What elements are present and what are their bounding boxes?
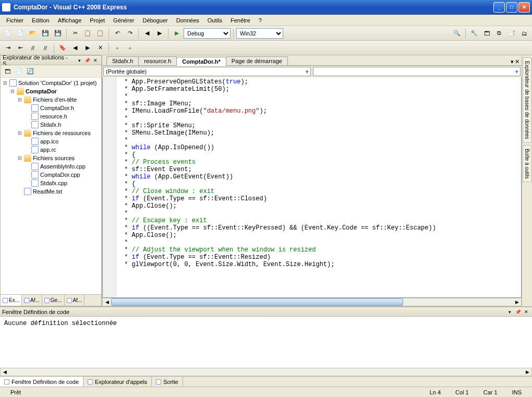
find-button[interactable]: 🔍 bbox=[451, 28, 463, 39]
bookmark-clear-button[interactable]: ✕ bbox=[94, 42, 106, 54]
copy-button[interactable]: 📋 bbox=[82, 28, 93, 39]
platform-combo[interactable]: Win32 bbox=[236, 28, 283, 39]
misc-button[interactable]: ▫ bbox=[112, 42, 123, 54]
tree-item[interactable]: ComptaDor.h bbox=[3, 104, 99, 112]
undo-button[interactable]: ↶ bbox=[112, 28, 123, 39]
add-item-button[interactable]: 📄 bbox=[15, 28, 26, 39]
scroll-left-icon[interactable]: ◀ bbox=[1, 368, 9, 376]
pin-icon[interactable]: 📌 bbox=[84, 57, 91, 64]
doc-tab[interactable]: ComptaDor.h* bbox=[176, 57, 226, 66]
misc2-button[interactable]: ▫ bbox=[124, 42, 136, 54]
nav-fwd-button[interactable]: ▶ bbox=[154, 28, 165, 39]
scroll-right-icon[interactable]: ▶ bbox=[523, 368, 531, 376]
scroll-left-icon[interactable]: ◀ bbox=[103, 298, 111, 306]
tree-item[interactable]: ⊟Fichiers de ressources bbox=[3, 129, 99, 137]
tree-item[interactable]: Stdafx.h bbox=[3, 121, 99, 129]
toolbox-tab[interactable]: Boîte à outils bbox=[523, 145, 531, 183]
minimize-button[interactable]: _ bbox=[493, 2, 505, 13]
solution-button[interactable]: 🗂 bbox=[518, 28, 530, 39]
refresh-button[interactable]: 🔄 bbox=[26, 67, 35, 76]
bookmark-next-button[interactable]: ▶ bbox=[82, 42, 93, 54]
close-icon[interactable]: ✕ bbox=[523, 308, 530, 316]
bottom-tab[interactable]: Sortie bbox=[152, 377, 183, 387]
app-icon bbox=[2, 3, 10, 11]
tree-item[interactable]: ⊟Fichiers d'en-tête bbox=[3, 95, 99, 104]
side-tab[interactable]: Af... bbox=[65, 295, 85, 306]
maximize-button[interactable]: □ bbox=[506, 2, 517, 13]
side-tab[interactable]: Af... bbox=[22, 295, 42, 306]
comment-button[interactable]: // bbox=[27, 42, 39, 54]
dropdown-icon[interactable]: ▾ bbox=[76, 57, 83, 64]
properties-button[interactable]: 🗔 bbox=[3, 67, 12, 76]
scope-left-value: (Portée globale) bbox=[106, 68, 147, 75]
document-tabs: Stdafx.hresource.hComptaDor.h*Page de dé… bbox=[102, 55, 522, 66]
pin-icon[interactable]: 📌 bbox=[514, 308, 522, 316]
scope-combo-right[interactable] bbox=[313, 67, 521, 76]
tree-item[interactable]: app.ico bbox=[3, 137, 99, 146]
menu-données[interactable]: Données bbox=[172, 16, 203, 25]
doc-tab[interactable]: Page de démarrage bbox=[226, 56, 288, 65]
scroll-right-icon[interactable]: ▶ bbox=[513, 298, 521, 306]
tab-close-icon[interactable]: ✕ bbox=[515, 58, 519, 65]
horizontal-scrollbar[interactable]: ◀ ▶ bbox=[102, 298, 522, 306]
db-explorer-tab[interactable]: Explorateur de bases de données bbox=[523, 57, 531, 143]
side-tab[interactable]: Ge... bbox=[42, 295, 65, 306]
bottom-tab[interactable]: Fenêtre Définition de code bbox=[0, 377, 83, 387]
menu-?[interactable]: ? bbox=[255, 16, 266, 25]
close-icon[interactable]: ✕ bbox=[92, 57, 99, 64]
start-debug-button[interactable]: ▶ bbox=[171, 28, 183, 39]
class-view-button[interactable]: 📑 bbox=[506, 28, 517, 39]
scope-combo-left[interactable]: (Portée globale) bbox=[103, 67, 311, 76]
solution-tree[interactable]: ⊟Solution 'ComptaDor' (1 projet)⊟ComptaD… bbox=[1, 78, 101, 294]
menu-générer[interactable]: Générer bbox=[109, 16, 138, 25]
toolbox-button[interactable]: 🔧 bbox=[468, 28, 480, 39]
tree-item[interactable]: app.rc bbox=[3, 146, 99, 154]
menu-affichage[interactable]: Affichage bbox=[54, 16, 86, 25]
properties-button[interactable]: 🗔 bbox=[481, 28, 492, 39]
tree-item[interactable]: Stdafx.cpp bbox=[3, 179, 99, 187]
definition-content: Aucune définition sélectionnée bbox=[0, 317, 532, 368]
bookmark-button[interactable]: 🔖 bbox=[57, 42, 68, 54]
menu-edition[interactable]: Edition bbox=[28, 16, 54, 25]
tree-item[interactable]: AssemblyInfo.cpp bbox=[3, 162, 99, 171]
save-all-button[interactable]: 💾 bbox=[52, 28, 64, 39]
dropdown-icon[interactable]: ▾ bbox=[506, 308, 513, 316]
menu-fichier[interactable]: Fichier bbox=[2, 16, 28, 25]
tree-item[interactable]: ReadMe.txt bbox=[3, 187, 99, 196]
horizontal-scrollbar[interactable]: ◀ ▶ bbox=[0, 368, 532, 376]
scroll-thumb[interactable] bbox=[111, 298, 403, 306]
tree-item[interactable]: ⊟Fichiers sources bbox=[3, 154, 99, 162]
uncomment-button[interactable]: // bbox=[40, 42, 51, 54]
doc-tab[interactable]: resource.h bbox=[138, 56, 177, 65]
menu-outils[interactable]: Outils bbox=[203, 16, 226, 25]
redo-button[interactable]: ↷ bbox=[124, 28, 136, 39]
outdent-button[interactable]: ⇤ bbox=[15, 42, 26, 54]
bookmark-prev-button[interactable]: ◀ bbox=[69, 42, 81, 54]
config-combo[interactable]: Debug bbox=[184, 28, 231, 39]
side-tab[interactable]: Ex... bbox=[1, 295, 22, 306]
show-all-button[interactable]: 📄 bbox=[14, 67, 23, 76]
tree-item[interactable]: resource.h bbox=[3, 112, 99, 121]
close-button[interactable]: ✕ bbox=[518, 2, 530, 13]
new-project-button[interactable]: 📄 bbox=[2, 28, 14, 39]
menubar: FichierEditionAffichageProjetGénérerDébo… bbox=[0, 15, 532, 26]
code-content[interactable]: * App.PreserveOpenGLStates(true); * App.… bbox=[116, 77, 521, 297]
menu-fenêtre[interactable]: Fenêtre bbox=[226, 16, 255, 25]
tree-item[interactable]: ⊟ComptaDor bbox=[3, 87, 99, 95]
code-editor[interactable]: * App.PreserveOpenGLStates(true); * App.… bbox=[102, 77, 522, 298]
menu-déboguer[interactable]: Déboguer bbox=[138, 16, 172, 25]
doc-tab[interactable]: Stdafx.h bbox=[106, 56, 139, 65]
menu-projet[interactable]: Projet bbox=[86, 16, 109, 25]
indent-button[interactable]: ⇥ bbox=[2, 42, 14, 54]
paste-button[interactable]: 📋 bbox=[94, 28, 106, 39]
open-button[interactable]: 📂 bbox=[27, 28, 39, 39]
tree-item[interactable]: ⊟Solution 'ComptaDor' (1 projet) bbox=[3, 79, 99, 87]
tree-item[interactable]: ComptaDor.cpp bbox=[3, 171, 99, 179]
tab-dropdown-icon[interactable]: ▾ bbox=[511, 58, 514, 65]
save-button[interactable]: 💾 bbox=[40, 28, 51, 39]
nav-back-button[interactable]: ◀ bbox=[141, 28, 153, 39]
solution-explorer-panel: Explorateur de solutions - S... ▾ 📌 ✕ 🗔 … bbox=[0, 55, 102, 306]
cut-button[interactable]: ✂ bbox=[69, 28, 81, 39]
bottom-tab[interactable]: Explorateur d'appels bbox=[83, 377, 152, 387]
obj-browser-button[interactable]: ⧉ bbox=[493, 28, 505, 39]
